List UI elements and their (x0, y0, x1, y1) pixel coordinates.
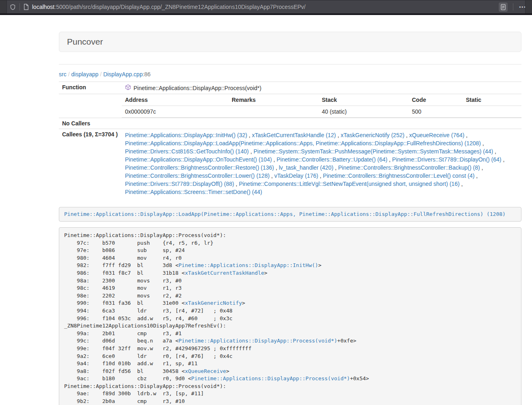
callee-link[interactable]: Pinetime::Drivers::St7789::DisplayOff() … (125, 181, 234, 187)
callee-link[interactable]: Pinetime::System::SystemTask::PushMessag… (254, 148, 493, 155)
callee-link[interactable]: xTaskGenericNotify (252) (340, 132, 404, 138)
callees-label: Callees (19, Σ=3704 ) (59, 129, 122, 198)
toolbar-separator (513, 3, 513, 11)
browser-toolbar: localhost:5000/path/src/displayapp/Displ… (0, 0, 532, 13)
url-host: localhost (32, 4, 54, 10)
static-value (463, 106, 521, 118)
column-header-code: Code (409, 94, 463, 106)
details-header-row: Address Remarks Stack Code Static (122, 94, 521, 106)
function-name: Pinetime::Applications::DisplayApp::Proc… (134, 85, 261, 91)
loadapp-symbol-link[interactable]: Pinetime::Applications::DisplayApp::Load… (64, 211, 506, 217)
callee-link[interactable]: Pinetime::Drivers::Cst816S::GetTouchInfo… (125, 148, 249, 155)
url-bar[interactable]: localhost:5000/path/src/displayapp/Displ… (32, 4, 499, 10)
asm-symbol-link[interactable]: Pinetime::Applications::DisplayApp::Proc… (179, 338, 337, 344)
asm-symbol-link[interactable]: xTaskGenericNotify (185, 300, 242, 306)
table-row-no-callers: No Callers (59, 118, 521, 129)
page-proxy-icon[interactable] (24, 4, 29, 10)
breadcrumb-link-src[interactable]: src (59, 71, 67, 78)
asm-symbol-link[interactable]: xQueueReceive (185, 368, 226, 374)
divider (59, 64, 521, 65)
column-header-static: Static (463, 94, 521, 106)
function-info-table: Function Pinetime::Applications::Display… (59, 82, 521, 198)
address-value: 0x0000097c (122, 106, 228, 118)
page-title: Puncover (67, 37, 513, 47)
reader-mode-icon[interactable] (499, 2, 508, 12)
column-header-stack: Stack (319, 94, 409, 106)
column-header-remarks: Remarks (228, 94, 319, 106)
breadcrumb-separator: / (67, 71, 71, 78)
cube-icon (125, 84, 131, 92)
function-label: Function (59, 82, 122, 94)
stack-value: 40 (static) (319, 106, 409, 118)
page-container: Puncover src/displayapp/DisplayApp.cpp:8… (59, 32, 521, 405)
callee-link[interactable]: Pinetime::Applications::DisplayApp::Init… (125, 132, 247, 138)
url-path: :5000/path/src/displayapp/DisplayApp.cpp… (54, 4, 306, 10)
callee-link[interactable]: Pinetime::Controllers::BrightnessControl… (125, 164, 274, 171)
toolbar-separator (19, 3, 20, 11)
highlighted-symbol-banner: Pinetime::Applications::DisplayApp::Load… (59, 207, 521, 222)
asm-symbol-link[interactable]: Pinetime::Applications::DisplayApp::Proc… (191, 375, 350, 381)
callee-link[interactable]: Pinetime::Controllers::BrightnessControl… (323, 172, 474, 179)
function-details-table: Address Remarks Stack Code Static 0x0000… (122, 94, 521, 118)
code-value: 500 (409, 106, 463, 118)
callee-link[interactable]: xQueueReceive (764) (409, 132, 464, 138)
breadcrumb-line-number: :86 (143, 71, 151, 78)
callee-link[interactable]: Pinetime::Controllers::Battery::Update()… (277, 156, 388, 163)
column-header-address: Address (122, 94, 228, 106)
callee-link[interactable]: Pinetime::Controllers::BrightnessControl… (338, 164, 480, 171)
table-row-details: Address Remarks Stack Code Static 0x0000… (59, 94, 521, 118)
callees-list: Pinetime::Applications::DisplayApp::Init… (122, 129, 521, 198)
window-edge (0, 0, 7, 13)
breadcrumb-separator: / (99, 71, 103, 78)
details-data-row: 0x0000097c 40 (static) 500 (122, 106, 521, 118)
no-callers-label: No Callers (59, 118, 122, 129)
callee-link[interactable]: Pinetime::Controllers::BrightnessControl… (125, 172, 269, 179)
callee-link[interactable]: Pinetime::Components::LittleVgl::SetNewT… (239, 181, 460, 187)
table-row-function: Function Pinetime::Applications::Display… (59, 82, 521, 94)
window-edge (525, 0, 532, 13)
asm-symbol-link[interactable]: Pinetime::Applications::DisplayApp::Init… (179, 262, 318, 268)
assembly-code: Pinetime::Applications::DisplayApp::Proc… (59, 227, 521, 405)
callee-link[interactable]: Pinetime::Applications::Screens::Timer::… (125, 189, 262, 195)
callee-link[interactable]: Pinetime::Drivers::St7789::DisplayOn() (… (392, 156, 501, 163)
asm-symbol-link[interactable]: xTaskGetCurrentTaskHandle (185, 270, 264, 276)
callee-link[interactable]: xTaskGetCurrentTaskHandle (12) (252, 132, 336, 138)
breadcrumb-link-displayapp[interactable]: displayapp (71, 71, 99, 78)
window-divider (0, 13, 532, 15)
breadcrumb-link-file[interactable]: DisplayApp.cpp (103, 71, 142, 78)
remarks-value (228, 106, 319, 118)
app-header-banner: Puncover (59, 32, 521, 52)
callee-link[interactable]: vTaskDelay (176) (274, 172, 318, 179)
callee-link[interactable]: lv_task_handler (420) (279, 164, 334, 171)
callee-link[interactable]: Pinetime::Applications::DisplayApp::Load… (125, 140, 481, 146)
tracking-protection-shield-icon[interactable] (10, 4, 16, 11)
breadcrumb: src/displayapp/DisplayApp.cpp:86 (59, 71, 521, 78)
callee-link[interactable]: Pinetime::Applications::DisplayApp::OnTo… (125, 156, 272, 163)
table-row-callees: Callees (19, Σ=3704 ) Pinetime::Applicat… (59, 129, 521, 198)
